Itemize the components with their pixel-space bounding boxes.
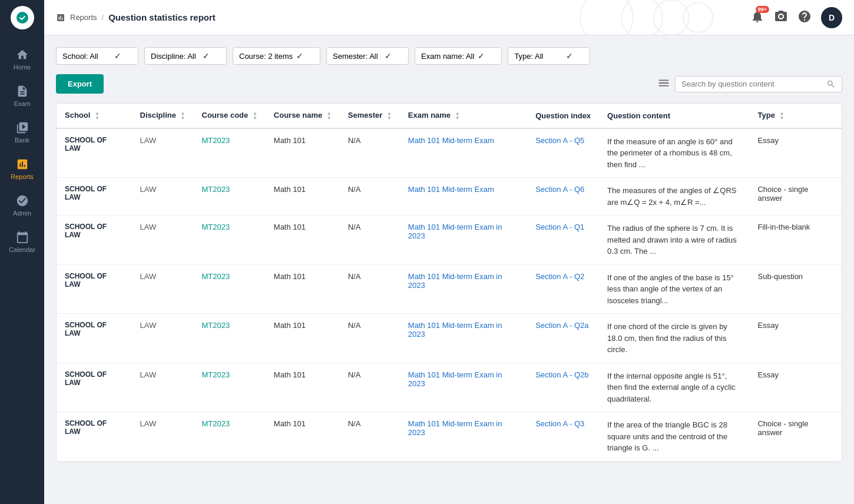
cell-school-3: SCHOOL OF LAW bbox=[57, 264, 132, 314]
sidebar-item-calendar[interactable]: Calendar bbox=[0, 224, 44, 260]
filter-examname[interactable]: Exam name: All ✓ bbox=[415, 47, 502, 65]
cell-qidx-0[interactable]: Section A - Q5 bbox=[527, 128, 599, 178]
col-school[interactable]: School ▲▼ bbox=[57, 104, 132, 128]
filter-type[interactable]: Type: All ✓ bbox=[508, 47, 590, 65]
filter-discipline[interactable]: Discipline: All ✓ bbox=[144, 47, 227, 65]
sidebar-item-admin[interactable]: Admin bbox=[0, 187, 44, 224]
cell-school-2: SCHOOL OF LAW bbox=[57, 215, 132, 265]
export-button[interactable]: Export bbox=[56, 74, 104, 94]
app-logo[interactable] bbox=[11, 6, 34, 29]
cell-examname-4[interactable]: Math 101 Mid-term Exam in 2023 bbox=[400, 314, 527, 363]
col-question-content: Question content bbox=[599, 104, 749, 128]
col-type[interactable]: Type ▲▼ bbox=[749, 104, 842, 128]
filter-course[interactable]: Course: 2 items ✓ bbox=[233, 47, 320, 65]
filter-examname-icon: ✓ bbox=[478, 51, 485, 61]
filter-school[interactable]: School: All ✓ bbox=[56, 47, 138, 65]
breadcrumb-current: Question statistics report bbox=[108, 12, 216, 22]
search-box bbox=[675, 76, 842, 92]
svg-point-4 bbox=[683, 3, 713, 32]
cell-examname-5[interactable]: Math 101 Mid-term Exam in 2023 bbox=[400, 363, 527, 412]
col-semester[interactable]: Semester ▲▼ bbox=[340, 104, 400, 128]
cell-type-1: Choice - single answer bbox=[749, 178, 842, 215]
cell-discipline-5: LAW bbox=[132, 363, 194, 412]
filter-discipline-label: Discipline: All bbox=[151, 52, 196, 61]
breadcrumb-reports-link[interactable]: Reports bbox=[70, 13, 97, 22]
sidebar-item-exam-label: Exam bbox=[14, 100, 30, 107]
layout-toggle-icon[interactable] bbox=[657, 77, 670, 91]
cell-content-6: If the area of the triangle BGC is 28 sq… bbox=[599, 412, 749, 462]
sidebar-item-reports[interactable]: Reports bbox=[0, 151, 44, 187]
col-exam-name[interactable]: Exam name ▲▼ bbox=[400, 104, 527, 128]
col-question-index: Question index bbox=[527, 104, 599, 128]
cell-coursecode-6: MT2023 bbox=[194, 412, 266, 462]
notification-badge: 99+ bbox=[756, 6, 769, 13]
col-course-name[interactable]: Course name ▲▼ bbox=[266, 104, 340, 128]
table-row: SCHOOL OF LAW LAW MT2023 Math 101 N/A Ma… bbox=[57, 215, 842, 265]
cell-examname-3[interactable]: Math 101 Mid-term Exam in 2023 bbox=[400, 264, 527, 314]
cell-coursename-5: Math 101 bbox=[266, 363, 340, 412]
filter-type-label: Type: All bbox=[514, 52, 543, 61]
cell-coursename-4: Math 101 bbox=[266, 314, 340, 363]
svg-point-3 bbox=[654, 0, 689, 35]
header-actions: 99+ D bbox=[750, 7, 842, 28]
camera-icon[interactable] bbox=[774, 9, 788, 25]
cell-examname-0[interactable]: Math 101 Mid-term Exam bbox=[400, 128, 527, 178]
cell-qidx-5[interactable]: Section A - Q2b bbox=[527, 363, 599, 412]
table-row: SCHOOL OF LAW LAW MT2023 Math 101 N/A Ma… bbox=[57, 363, 842, 412]
cell-content-3: If one of the angles of the base is 15° … bbox=[599, 264, 749, 314]
sidebar-item-bank[interactable]: Bank bbox=[0, 114, 44, 151]
filter-examname-label: Exam name: All bbox=[421, 52, 474, 61]
cell-content-0: If the measure of an angle is 60° and th… bbox=[599, 128, 749, 178]
cell-coursecode-0: MT2023 bbox=[194, 128, 266, 178]
table-row: SCHOOL OF LAW LAW MT2023 Math 101 N/A Ma… bbox=[57, 178, 842, 215]
cell-examname-2[interactable]: Math 101 Mid-term Exam in 2023 bbox=[400, 215, 527, 265]
sidebar-item-home[interactable]: Home bbox=[0, 41, 44, 78]
cell-coursecode-1: MT2023 bbox=[194, 178, 266, 215]
cell-semester-0: N/A bbox=[340, 128, 400, 178]
table-row: SCHOOL OF LAW LAW MT2023 Math 101 N/A Ma… bbox=[57, 314, 842, 363]
search-input[interactable] bbox=[681, 79, 823, 88]
filter-discipline-icon: ✓ bbox=[203, 51, 210, 61]
cell-qidx-6[interactable]: Section A - Q3 bbox=[527, 412, 599, 462]
cell-semester-6: N/A bbox=[340, 412, 400, 462]
cell-discipline-6: LAW bbox=[132, 412, 194, 462]
user-avatar[interactable]: D bbox=[821, 7, 842, 28]
cell-examname-1[interactable]: Math 101 Mid-term Exam bbox=[400, 178, 527, 215]
cell-content-1: The measures of the angles of ∠QRS are m… bbox=[599, 178, 749, 215]
sidebar-item-calendar-label: Calendar bbox=[9, 246, 35, 253]
cell-coursecode-5: MT2023 bbox=[194, 363, 266, 412]
cell-semester-3: N/A bbox=[340, 264, 400, 314]
cell-semester-5: N/A bbox=[340, 363, 400, 412]
cell-discipline-1: LAW bbox=[132, 178, 194, 215]
filter-school-label: School: All bbox=[62, 52, 98, 61]
main-content: Reports / Question statistics report 99+… bbox=[44, 0, 854, 504]
col-discipline[interactable]: Discipline ▲▼ bbox=[132, 104, 194, 128]
filter-school-icon: ✓ bbox=[114, 51, 121, 61]
notification-bell[interactable]: 99+ bbox=[750, 9, 764, 25]
svg-point-0 bbox=[16, 12, 28, 24]
cell-examname-6[interactable]: Math 101 Mid-term Exam in 2023 bbox=[400, 412, 527, 462]
cell-qidx-1[interactable]: Section A - Q6 bbox=[527, 178, 599, 215]
cell-school-1: SCHOOL OF LAW bbox=[57, 178, 132, 215]
cell-coursecode-4: MT2023 bbox=[194, 314, 266, 363]
filter-semester[interactable]: Semester: All ✓ bbox=[326, 47, 409, 65]
page-header: Reports / Question statistics report 99+… bbox=[44, 0, 854, 35]
filter-row: School: All ✓ Discipline: All ✓ Course: … bbox=[56, 47, 842, 65]
search-icon bbox=[826, 79, 836, 89]
cell-semester-2: N/A bbox=[340, 215, 400, 265]
cell-content-4: If one chord of the circle is given by 1… bbox=[599, 314, 749, 363]
cell-qidx-2[interactable]: Section A - Q1 bbox=[527, 215, 599, 265]
cell-content-2: The radius of the sphere is 7 cm. It is … bbox=[599, 215, 749, 265]
help-icon[interactable] bbox=[797, 9, 812, 25]
cell-coursename-2: Math 101 bbox=[266, 215, 340, 265]
filter-course-label: Course: 2 items bbox=[239, 52, 293, 61]
col-course-code[interactable]: Course code ▲▼ bbox=[194, 104, 266, 128]
cell-school-6: SCHOOL OF LAW bbox=[57, 412, 132, 462]
cell-discipline-0: LAW bbox=[132, 128, 194, 178]
cell-qidx-4[interactable]: Section A - Q2a bbox=[527, 314, 599, 363]
sidebar-item-exam[interactable]: Exam bbox=[0, 78, 44, 114]
cell-qidx-3[interactable]: Section A - Q2 bbox=[527, 264, 599, 314]
sidebar-item-home-label: Home bbox=[14, 64, 31, 71]
table-row: SCHOOL OF LAW LAW MT2023 Math 101 N/A Ma… bbox=[57, 264, 842, 314]
cell-coursecode-2: MT2023 bbox=[194, 215, 266, 265]
